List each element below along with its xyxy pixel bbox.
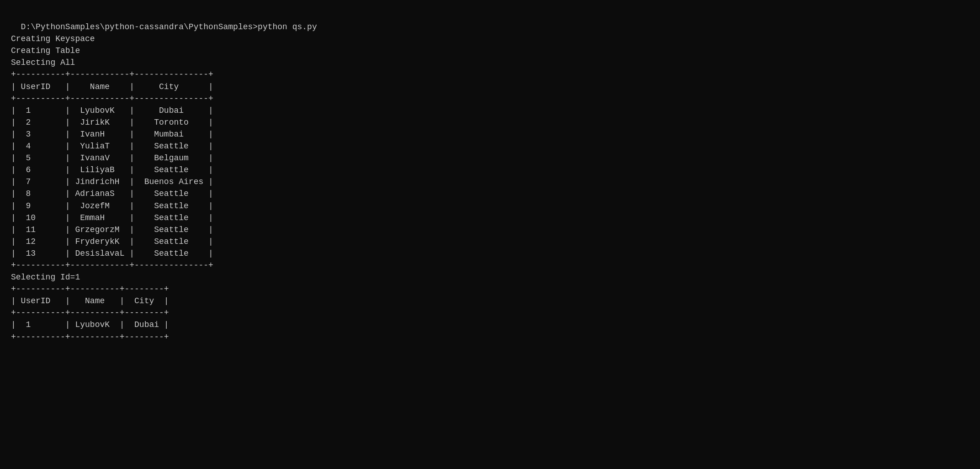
command-line: D:\PythonSamples\python-cassandra\Python…: [21, 22, 317, 32]
terminal-line: | 8 | AdrianaS | Seattle |: [11, 188, 969, 200]
terminal-line: Selecting Id=1: [11, 271, 969, 283]
terminal-line: | 1 | LyubovK | Dubai |: [11, 105, 969, 116]
terminal-line: | 13 | DesislavaL | Seattle |: [11, 248, 969, 259]
terminal-line: | 6 | LiliyaB | Seattle |: [11, 164, 969, 176]
terminal-line: | 2 | JirikK | Toronto |: [11, 116, 969, 128]
terminal-line: | 7 | JindrichH | Buenos Aires |: [11, 176, 969, 188]
terminal-line: | 4 | YuliaT | Seattle |: [11, 140, 969, 152]
terminal-line: | 10 | EmmaH | Seattle |: [11, 212, 969, 224]
terminal-line: Selecting All: [11, 57, 969, 69]
terminal-line: +----------+----------+--------+: [11, 307, 969, 319]
terminal-line: +----------+------------+---------------…: [11, 69, 969, 80]
terminal-line: +----------+------------+---------------…: [11, 93, 969, 105]
terminal-line: | UserID | Name | City |: [11, 295, 969, 307]
terminal-line: +----------+----------+--------+: [11, 283, 969, 295]
terminal-window: D:\PythonSamples\python-cassandra\Python…: [11, 9, 969, 33]
terminal-line: | 3 | IvanH | Mumbai |: [11, 128, 969, 140]
terminal-line: Creating Table: [11, 45, 969, 57]
terminal-line: | 5 | IvanaV | Belgaum |: [11, 152, 969, 164]
terminal-line: +----------+----------+--------+: [11, 331, 969, 343]
terminal-line: | 11 | GrzegorzM | Seattle |: [11, 224, 969, 236]
terminal-output: Creating KeyspaceCreating TableSelecting…: [11, 33, 969, 343]
terminal-line: | 1 | LyubovK | Dubai |: [11, 319, 969, 331]
terminal-line: | 12 | FryderykK | Seattle |: [11, 236, 969, 248]
terminal-line: | 9 | JozefM | Seattle |: [11, 200, 969, 212]
terminal-line: Creating Keyspace: [11, 33, 969, 45]
terminal-line: +----------+------------+---------------…: [11, 259, 969, 271]
terminal-line: | UserID | Name | City |: [11, 81, 969, 93]
